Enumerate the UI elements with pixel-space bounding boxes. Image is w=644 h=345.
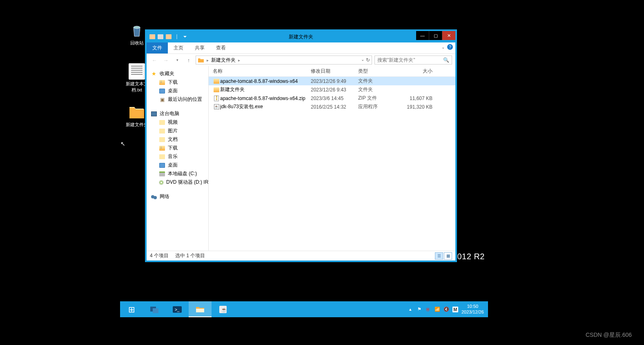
chevron-right-icon[interactable]: ▸ [207, 58, 209, 62]
icons-view-button[interactable]: ▦ [444, 252, 452, 260]
cursor-icon: ↖ [120, 140, 125, 147]
minimize-button[interactable]: — [416, 31, 429, 40]
help-icon[interactable]: ? [447, 44, 453, 50]
titlebar[interactable]: 新建文件夹 — ▢ ✕ [147, 31, 455, 42]
col-size[interactable]: 大小 [404, 68, 432, 75]
java-icon: ☕ [213, 104, 220, 109]
tray-clock[interactable]: 10:50 2023/12/26 [461, 304, 484, 314]
file-date: 2023/12/26 9:49 [311, 78, 358, 84]
status-bar: 4 个项目 选中 1 个项目 ☰ ▦ [147, 251, 455, 260]
tray-shield-icon[interactable]: ⛨ [426, 307, 431, 312]
tab-view[interactable]: 查看 [210, 42, 232, 53]
folder-icon [129, 104, 145, 120]
file-row[interactable]: 新建文件夹2023/12/26 9:43文件夹 [209, 85, 455, 94]
chevron-right-icon[interactable]: ▸ [238, 58, 240, 62]
pictures-icon [159, 128, 165, 134]
taskbar-server-manager[interactable] [143, 301, 166, 317]
forward-button[interactable]: → [161, 56, 170, 65]
svg-text:>_: >_ [175, 307, 180, 312]
start-button[interactable]: ⊞ [120, 301, 143, 317]
tree-desktop[interactable]: 桌面 [147, 87, 208, 95]
breadcrumb-segment[interactable]: 新建文件夹 [211, 57, 236, 64]
close-button[interactable]: ✕ [442, 31, 455, 40]
tree-network[interactable]: 网络 [147, 192, 208, 201]
col-name[interactable]: 名称 [213, 68, 311, 75]
folder-icon [213, 87, 220, 92]
app-icon [157, 33, 164, 40]
tree-favorites[interactable]: ★收藏夹 [147, 69, 208, 78]
tray-speaker-icon[interactable]: 🔇 [443, 307, 449, 312]
search-input[interactable] [377, 57, 443, 63]
taskbar-powershell[interactable]: >_ [166, 301, 189, 317]
qa-divider [174, 33, 180, 40]
file-size: 11,607 KB [404, 96, 432, 101]
qa-dropdown-icon[interactable] [182, 33, 188, 40]
tree-music[interactable]: 音乐 [147, 152, 208, 161]
tree-downloads2[interactable]: 下载 [147, 144, 208, 152]
file-row[interactable]: ☕jdk-8u73安装包.exe2016/2/25 14:32应用程序191,3… [209, 102, 455, 111]
tree-dvd-drive[interactable]: DVD 驱动器 (D:) IR [147, 178, 208, 187]
tray-overflow-icon[interactable]: ▴ [408, 307, 413, 312]
recent-dropdown[interactable]: ▾ [173, 56, 182, 65]
music-icon [159, 154, 165, 160]
file-date: 2016/2/25 14:32 [311, 104, 358, 110]
taskbar-explorer[interactable] [189, 301, 212, 317]
tree-downloads[interactable]: 下载 [147, 78, 208, 87]
star-icon: ★ [151, 71, 157, 77]
status-selected: 选中 1 个项目 [175, 252, 205, 259]
taskbar-java[interactable]: ☕ [212, 301, 234, 317]
nav-row: ← → ▾ ↑ ▸ 新建文件夹 ▸ ⌄ ↻ 🔍 [147, 54, 455, 66]
pc-icon [151, 111, 157, 117]
col-type[interactable]: 类型 [358, 68, 404, 75]
tree-videos[interactable]: 视频 [147, 118, 208, 127]
up-button[interactable]: ↑ [184, 56, 193, 65]
search-box[interactable]: 🔍 [374, 56, 452, 65]
expand-ribbon-icon[interactable]: ⌄ [441, 45, 445, 49]
tab-file[interactable]: 文件 [147, 42, 168, 53]
downloads-icon [159, 80, 165, 85]
folder-icon [213, 79, 220, 84]
folder-icon [149, 33, 156, 40]
file-date: 2023/3/6 14:45 [311, 96, 358, 101]
details-view-button[interactable]: ☰ [435, 252, 443, 260]
address-dropdown-icon[interactable]: ⌄ [361, 57, 364, 63]
tree-local-disk-c[interactable]: 本地磁盘 (C:) [147, 169, 208, 178]
tree-pictures[interactable]: 图片 [147, 127, 208, 135]
col-date[interactable]: 修改日期 [311, 68, 358, 75]
file-type: 应用程序 [358, 103, 404, 110]
tree-this-pc[interactable]: 这台电脑 [147, 109, 208, 118]
tray-time: 10:50 [461, 304, 484, 309]
tree-desktop2[interactable]: 桌面 [147, 161, 208, 169]
tree-documents[interactable]: 文档 [147, 135, 208, 144]
svg-point-0 [134, 26, 140, 29]
powershell-icon: >_ [172, 305, 183, 314]
tray-network-icon[interactable]: 📶 [435, 307, 440, 312]
maximize-button[interactable]: ▢ [429, 31, 442, 40]
file-date: 2023/12/26 9:43 [311, 87, 358, 93]
file-name: apache-tomcat-8.5.87-windows-x64.zip [220, 96, 311, 101]
java-icon: ☕ [218, 305, 227, 314]
file-name: 新建文件夹 [220, 86, 311, 93]
address-bar[interactable]: ▸ 新建文件夹 ▸ ⌄ ↻ [196, 56, 372, 65]
tab-share[interactable]: 共享 [189, 42, 210, 53]
folder-icon [198, 57, 204, 63]
documents-icon [159, 137, 165, 142]
refresh-icon[interactable]: ↻ [366, 57, 370, 63]
disk-icon [159, 171, 165, 177]
os-brand-text: 2012 R2 [452, 252, 485, 261]
tree-recent[interactable]: ▣最近访问的位置 [147, 95, 208, 104]
nav-pane: ★收藏夹 下载 桌面 ▣最近访问的位置 这台电脑 视频 图片 文档 下载 音乐 … [147, 66, 209, 251]
tray-flag-icon[interactable]: ⚑ [417, 307, 422, 312]
file-row[interactable]: apache-tomcat-8.5.87-windows-x642023/12/… [209, 77, 455, 85]
file-size: 191,320 KB [404, 104, 432, 110]
file-row[interactable]: apache-tomcat-8.5.87-windows-x64.zip2023… [209, 94, 455, 102]
recent-icon: ▣ [159, 97, 165, 102]
properties-icon[interactable] [165, 33, 172, 40]
tray-ime-icon[interactable]: M [452, 307, 458, 312]
back-button[interactable]: ← [150, 56, 159, 65]
network-icon [151, 194, 157, 200]
file-list: 名称 修改日期 类型 大小 apache-tomcat-8.5.87-windo… [209, 66, 455, 251]
column-headers[interactable]: 名称 修改日期 类型 大小 [209, 66, 455, 77]
tab-home[interactable]: 主页 [168, 42, 189, 53]
file-type: ZIP 文件 [358, 95, 404, 102]
